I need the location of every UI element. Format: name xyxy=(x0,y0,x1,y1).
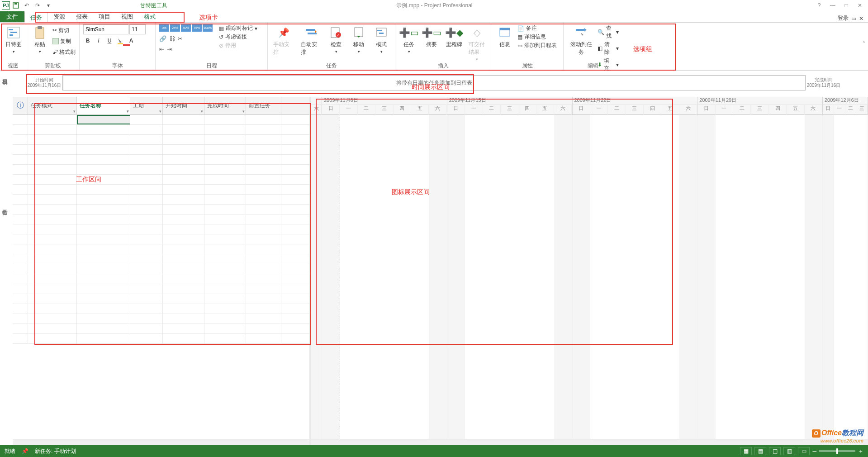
format-painter-button[interactable]: 🖌格式刷 xyxy=(52,47,76,57)
clear-button[interactable]: ◧清除 ▾ xyxy=(598,41,619,56)
grid-h-scrollbar[interactable] xyxy=(13,439,309,445)
table-row[interactable] xyxy=(13,125,309,135)
ribbon-collapse-icon[interactable]: ▭ xyxy=(851,15,856,22)
view-usage-icon[interactable]: ▤ xyxy=(754,447,766,455)
col-start[interactable]: 开始时间▾ xyxy=(163,97,204,114)
tab-view[interactable]: 视图 xyxy=(116,11,138,22)
ribbon-expand-icon[interactable]: ˄ xyxy=(863,41,865,47)
outdent-icon[interactable]: ⇤ xyxy=(159,46,164,52)
font-size-input[interactable] xyxy=(129,24,146,34)
table-row[interactable] xyxy=(13,304,309,314)
table-row[interactable] xyxy=(13,195,309,205)
table-row[interactable] xyxy=(13,284,309,294)
pct-100-button[interactable]: 100% xyxy=(203,24,213,32)
insert-milestone-button[interactable]: ➕◆里程碑 xyxy=(444,24,464,49)
pct-0-button[interactable]: 0% xyxy=(159,24,169,32)
redo-icon[interactable]: ↷ xyxy=(33,1,43,10)
undo-icon[interactable]: ↶ xyxy=(22,1,32,10)
help-icon[interactable]: ? xyxy=(814,2,825,9)
unlink-tasks-icon[interactable]: ⛓ xyxy=(169,35,175,42)
table-row[interactable] xyxy=(13,294,309,304)
indent-icon[interactable]: ⇥ xyxy=(167,46,172,52)
tab-format[interactable]: 格式 xyxy=(138,11,161,22)
tab-report[interactable]: 报表 xyxy=(71,11,93,22)
copy-button[interactable]: 复制 xyxy=(52,36,76,46)
link-tasks-icon[interactable]: 🔗 xyxy=(159,35,166,42)
table-row[interactable] xyxy=(13,274,309,284)
qat-dropdown-icon[interactable]: ▾ xyxy=(43,1,53,10)
col-duration[interactable]: 工期▾ xyxy=(130,97,163,114)
col-name[interactable]: 任务名称▾ xyxy=(77,97,130,114)
font-name-input[interactable] xyxy=(83,24,128,34)
fill-color-button[interactable] xyxy=(116,36,125,45)
table-row[interactable] xyxy=(13,264,309,274)
view-network-icon[interactable]: ◫ xyxy=(769,447,781,455)
italic-button[interactable]: I xyxy=(94,36,103,45)
information-button[interactable]: 信息 xyxy=(495,24,515,49)
view-calendar-icon[interactable]: ▥ xyxy=(783,447,795,455)
table-row[interactable] xyxy=(13,254,309,264)
col-finish[interactable]: 完成时间▾ xyxy=(204,97,246,114)
table-row[interactable] xyxy=(13,165,309,175)
app-icon[interactable]: PJ xyxy=(2,1,10,10)
table-row[interactable] xyxy=(13,185,309,195)
insert-summary-button[interactable]: ➕▭摘要 xyxy=(422,24,441,49)
split-task-icon[interactable]: ✂ xyxy=(178,35,183,42)
table-row[interactable] xyxy=(13,214,309,224)
insert-deliverable-button[interactable]: ◇可交付结果▾ xyxy=(467,24,487,62)
doc-close-icon[interactable]: ✕ xyxy=(859,15,863,22)
pct-50-button[interactable]: 50% xyxy=(181,24,191,32)
sign-in[interactable]: 登录 ▭ ✕ xyxy=(835,14,868,22)
mode-button[interactable]: 模式▾ xyxy=(371,24,391,55)
view-resource-icon[interactable]: ▭ xyxy=(798,447,810,455)
notes-button[interactable]: 📄备注 xyxy=(517,24,557,32)
gantt-h-scrollbar[interactable] xyxy=(311,439,868,445)
inspect-button[interactable]: ✓检查▾ xyxy=(326,24,346,55)
cut-button[interactable]: ✂剪切 xyxy=(52,25,76,35)
details-button[interactable]: ▤详细信息 xyxy=(517,33,557,41)
find-button[interactable]: 🔍查找 ▾ xyxy=(598,24,619,40)
insert-task-button[interactable]: ➕▭任务▾ xyxy=(399,24,419,55)
tab-resource[interactable]: 资源 xyxy=(48,11,71,22)
save-icon[interactable] xyxy=(11,1,21,10)
zoom-out-icon[interactable]: ─ xyxy=(812,448,816,454)
status-new-task[interactable]: 新任务: 手动计划 xyxy=(35,447,76,455)
table-row[interactable] xyxy=(13,314,309,324)
track-mark-button[interactable]: ▦跟踪时标记 ▾ xyxy=(219,24,257,32)
minimize-icon[interactable]: — xyxy=(827,2,838,9)
respect-links-button[interactable]: ↺考虑链接 xyxy=(219,33,257,41)
tab-project[interactable]: 项目 xyxy=(93,11,116,22)
manual-schedule-button[interactable]: 📌手动安排 xyxy=(271,24,296,57)
table-row[interactable] xyxy=(13,234,309,244)
timeline-bar[interactable]: 将带有日期的任务添加到日程表 xyxy=(62,75,806,90)
underline-button[interactable]: U xyxy=(105,36,114,45)
close-icon[interactable]: ✕ xyxy=(854,2,865,9)
pct-75-button[interactable]: 75% xyxy=(192,24,202,32)
table-row[interactable] xyxy=(13,205,309,214)
table-row[interactable] xyxy=(13,324,309,334)
maximize-icon[interactable]: □ xyxy=(841,2,852,9)
table-row[interactable] xyxy=(13,145,309,155)
table-row[interactable] xyxy=(13,155,309,165)
bold-button[interactable]: B xyxy=(83,36,92,45)
auto-schedule-button[interactable]: 自动安排 xyxy=(299,24,324,57)
view-gantt-icon[interactable]: ▦ xyxy=(740,447,752,455)
table-row[interactable] xyxy=(13,135,309,145)
selected-cell[interactable] xyxy=(77,115,130,124)
gantt-body[interactable] xyxy=(311,115,868,439)
grid-body[interactable]: /*rows generated below*/ xyxy=(13,115,309,439)
col-mode[interactable]: 任务模式▾ xyxy=(28,97,77,114)
font-color-button[interactable]: A xyxy=(127,36,136,45)
paste-button[interactable]: 粘贴▾ xyxy=(30,24,50,55)
table-row[interactable] xyxy=(13,334,309,344)
add-to-timeline-button[interactable]: ▭添加到日程表 xyxy=(517,42,557,49)
scroll-to-task-button[interactable]: 滚动到任务 xyxy=(567,24,595,57)
zoom-in-icon[interactable]: ＋ xyxy=(858,447,863,455)
file-tab[interactable]: 文件 xyxy=(0,11,24,22)
move-button[interactable]: 移动▾ xyxy=(349,24,369,55)
table-row[interactable] xyxy=(13,244,309,254)
inactivate-button[interactable]: ⊘停用 xyxy=(219,42,257,49)
col-pred[interactable]: 前置任务 xyxy=(246,97,281,114)
table-row[interactable] xyxy=(13,115,309,125)
col-info[interactable]: ⓘ xyxy=(13,97,28,114)
